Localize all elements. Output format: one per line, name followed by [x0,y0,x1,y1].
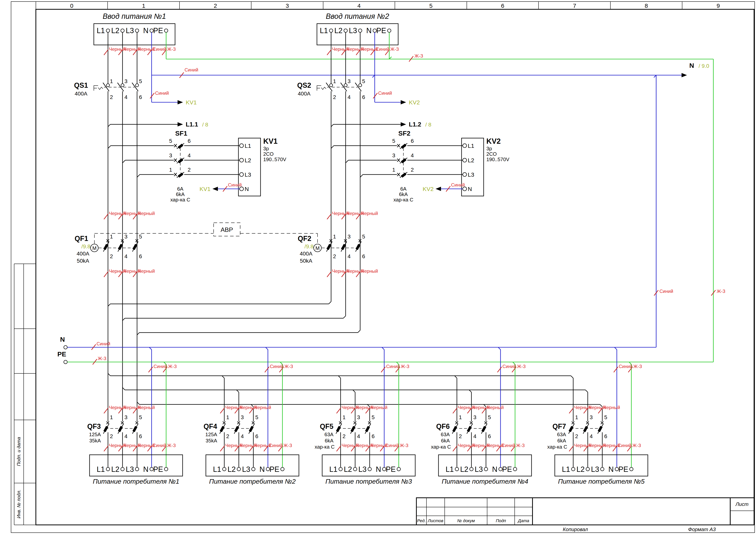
wire-color-label: Синий [376,46,390,52]
kv-ref-label: KV1 [186,99,197,106]
contact-number: 6 [604,433,607,439]
contact-number: 5 [255,414,258,420]
contact-number: 6 [139,253,142,259]
terminal-label: N [143,465,148,473]
qf-rating: 35kA [206,438,217,444]
ruler-number: 4 [358,3,361,9]
terminal-label: L2 [577,465,585,473]
wire-color-label: Черный [123,211,140,216]
contact-number: 2 [333,94,336,100]
consumer-np-color-labels: Синий Ж-З [614,364,642,372]
arrow-left [436,187,441,191]
wire-color-label: Синий [660,289,673,294]
contact-number: 5 [139,78,142,84]
terminal-label: PE [269,465,279,473]
terminal-label: L3 [591,465,599,473]
wire-color-label: Ж-З [517,364,526,369]
wire-color-row-input: Черный Черный Черный Синий Ж-З [327,46,399,55]
wire-color-label: Синий [155,90,169,96]
wire-color-row-above-box: Черный Черный Черный Синий Ж-З [104,443,176,451]
sf-rating: 6A [400,186,407,192]
terminal-label: L2 [228,465,236,473]
wire-color-label: Черный [109,405,126,410]
wire-color-label: Черный [254,443,271,448]
contact-number: 1 [392,167,395,173]
qs-handle-link [98,87,103,89]
wire-color-label: Черный [458,405,475,410]
terminal-label: N [245,186,249,192]
contact-number: 5 [362,234,365,240]
wire-color-label: Ж-З [390,46,399,52]
avr-label: АВР [221,226,233,233]
qs-handle-link [321,87,326,89]
sf-rating: 6kA [176,191,185,197]
line-ref-label: L1.2 [409,121,421,128]
qf-name: QF6 [436,422,450,430]
bus-pe-terminal [64,360,67,364]
contact-number: 6 [255,433,258,439]
terminal-label: L2 [111,27,120,35]
terminal-label: L3 [245,171,251,178]
contact-number: 3 [169,152,172,159]
contact-number: 4 [241,433,244,439]
contact-number: 1 [110,234,113,240]
consumer-group: Синий Ж-З Черный Черный Черный QF3 125A … [87,347,183,485]
contact-number: 4 [124,94,127,100]
wire-color-label: Черный [341,405,359,410]
top-ruler: 0 1 2 3 4 5 6 7 8 9 [36,2,720,9]
wire-color-label: Черный [361,268,378,274]
wire-color-label: Черный [574,443,591,448]
line-ref-label: L1.1 [186,121,198,128]
wire-color-label: Черный [472,443,489,448]
qf-name: QF5 [320,422,334,430]
wire-color-label: Ж-З [401,364,409,369]
qf-rating: 63A [557,432,566,437]
wire-color-row-above-box: Черный Черный Черный Синий Ж-З [453,443,525,451]
terminal-label: L1 [97,465,105,473]
line-ref-page: / 8 [202,122,208,128]
titleblock-header: Подп [496,518,506,523]
kv-spec: 190..570V [263,157,286,162]
contact-number: 1 [110,78,113,84]
terminal-label: PE [153,27,163,35]
bus-n-terminal [64,345,67,349]
contact-number: 1 [226,414,229,420]
wire-color-row-above-box: Черный Черный Черный Синий Ж-З [569,443,641,451]
contact-number: 2 [110,433,113,439]
wire-color-label: Черный [347,46,364,52]
qs-name: QS2 [297,81,311,89]
consumer-title: Питание потребителя №4 [442,478,528,485]
contact-number: 5 [139,234,142,240]
breaker-sf: SF2 5 6 3 4 1 2 6A 6kA хар-ка C [331,130,463,203]
terminal-label: L1 [245,142,251,149]
kv-source-branch: KV1 Синий [150,90,197,106]
wire-color-label: Черный [123,405,140,410]
terminal-label: PE [376,27,386,35]
feeder-input-terminals: L1 L2 L3 N PE [97,27,168,35]
motor-letter: M [92,245,96,251]
contact-number: 6 [411,138,414,144]
qf-rating: 63A [325,432,334,437]
wire-color-label: Черный [458,443,475,448]
bus-pe: PE Ж-З [57,350,713,365]
breaker-sf: SF1 5 6 3 4 1 2 6A 6kA хар-ка C [108,130,240,203]
qf-name: QF1 [75,235,88,242]
terminal-label: L3 [468,171,474,178]
ruler-number: 5 [429,3,433,9]
terminal-label: L1 [213,465,221,473]
wire-color-label: Ж-З [167,46,176,52]
contact-number: 4 [411,152,414,159]
consumer-group: Синий Ж-З Черный Черный Черный QF4 125A … [203,347,299,485]
wire-color-row-above-breaker: Черный Черный Черный [453,405,504,413]
contact-number: 2 [226,433,229,439]
feeder-input-terminals: L1 L2 L3 N PE [320,27,391,35]
contact-number: 6 [372,433,375,439]
contact-number: 4 [590,433,593,439]
kv-name: KV1 [263,137,278,145]
contact-number: 3 [124,234,127,240]
qs-name: QS1 [74,81,88,89]
titleblock-header: Ред. [417,518,426,523]
contact-number: 2 [333,253,336,259]
contact-number: 4 [124,433,127,439]
wire-color-label: Синий [152,443,166,448]
